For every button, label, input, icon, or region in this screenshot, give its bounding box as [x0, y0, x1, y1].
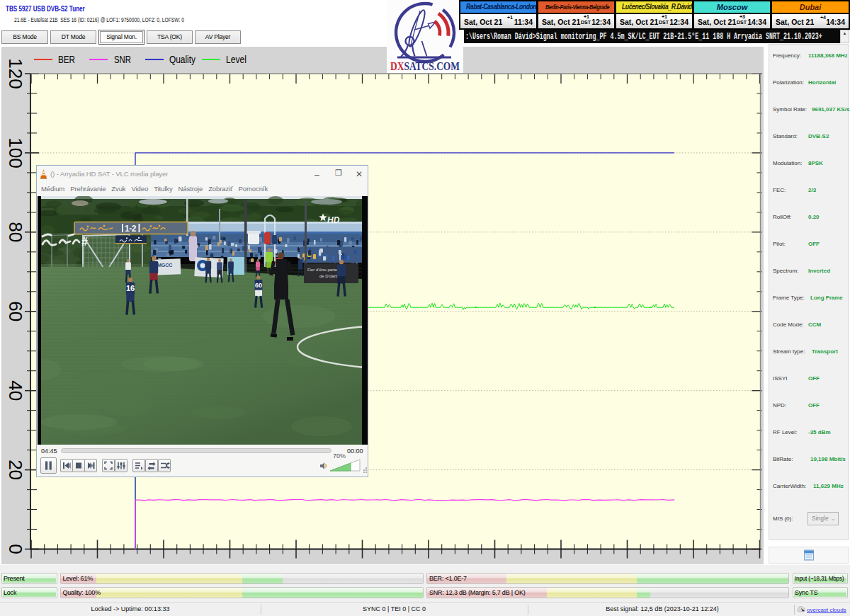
svg-text:120: 120 — [5, 58, 26, 89]
svg-text:HD: HD — [327, 215, 340, 225]
svg-text:60: 60 — [255, 282, 262, 289]
svg-text:100: 100 — [5, 137, 26, 168]
svg-text:DXSATCS.COM: DXSATCS.COM — [390, 59, 460, 73]
svg-text:60: 60 — [5, 301, 26, 321]
svg-text:MGCC: MGCC — [157, 263, 172, 268]
svg-text:Fier d'être parten: Fier d'être parten — [307, 268, 340, 272]
svg-text:1-2: 1-2 — [125, 224, 137, 234]
svg-text:BER: BER — [58, 54, 75, 65]
svg-text:0: 0 — [5, 544, 26, 554]
svg-text:40: 40 — [5, 380, 26, 401]
svg-text:Quality: Quality — [169, 54, 196, 65]
svg-text:de D'darb: de D'darb — [319, 274, 338, 278]
svg-text:SNR: SNR — [114, 54, 131, 65]
svg-text:16: 16 — [126, 284, 135, 292]
svg-text:#: # — [81, 236, 88, 248]
svg-text:20: 20 — [5, 460, 26, 480]
svg-text:80: 80 — [5, 222, 26, 242]
svg-text:Level: Level — [226, 54, 246, 65]
